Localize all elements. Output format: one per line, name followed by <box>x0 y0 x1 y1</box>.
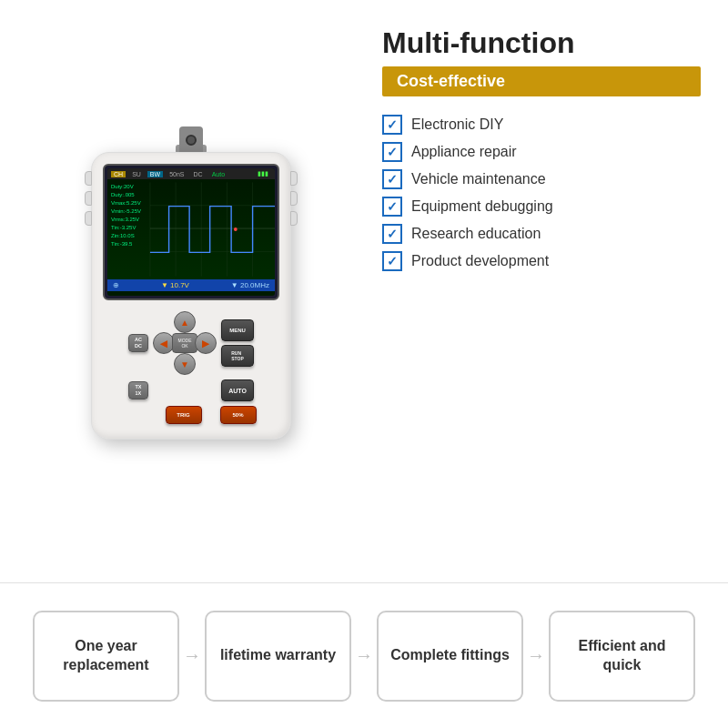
screen-topbar: CH SU BW 50nS DC Auto ▮▮▮ <box>107 168 275 179</box>
right-bumps <box>290 171 298 226</box>
bottom-section: One year replacement→lifetime warranty→C… <box>0 582 728 728</box>
device-area: CH SU BW 50nS DC Auto ▮▮▮ <box>18 18 364 573</box>
check-box: ✓ <box>382 197 402 217</box>
check-mark: ✓ <box>387 200 398 213</box>
screen-freq: ▼ 20.0MHz <box>231 281 269 289</box>
controls-row-2: TX1X AUTO <box>105 379 278 401</box>
screen-tag-su: SU <box>129 171 144 177</box>
feature-label: Vehicle maintenance <box>411 171 546 187</box>
screen-container: CH SU BW 50nS DC Auto ▮▮▮ <box>103 164 279 300</box>
bnc-connector <box>179 126 203 154</box>
controls-row-1: ACDC ▲ ◀ MODEOK <box>105 311 278 375</box>
bottom-item-b4: Efficient and quick <box>549 611 695 702</box>
arrow-connector-1: → <box>355 645 373 666</box>
screen-tag-ch: CH <box>111 171 126 177</box>
up-button[interactable]: ▲ <box>174 311 196 333</box>
screen-tag-bw: BW <box>147 171 163 177</box>
feature-label: Equipment debugging <box>411 198 553 215</box>
feature-item-f3: ✓ Vehicle maintenance <box>382 169 701 189</box>
left-bumps <box>85 171 92 226</box>
right-button[interactable]: ▶ <box>195 332 217 354</box>
check-box: ✓ <box>382 224 402 244</box>
check-box: ✓ <box>382 142 402 162</box>
controls-row-3: TRIG 50% <box>105 406 278 424</box>
oscilloscope-device: CH SU BW 50nS DC Auto ▮▮▮ <box>91 152 291 440</box>
screen-bottombar: ⊕ ▼ 10.7V ▼ 20.0MHz <box>107 279 275 291</box>
svg-point-8 <box>234 228 238 231</box>
check-box: ✓ <box>382 115 402 135</box>
arrow-connector-2: → <box>527 645 545 666</box>
top-section: CH SU BW 50nS DC Auto ▮▮▮ <box>0 0 728 582</box>
bnc-inner <box>186 135 197 146</box>
screen-icon: ⊕ <box>113 281 119 289</box>
check-mark: ✓ <box>387 255 398 268</box>
feature-item-f1: ✓ Electronic DIY <box>382 115 701 135</box>
waveform-svg <box>107 179 275 279</box>
feature-item-f4: ✓ Equipment debugging <box>382 197 701 217</box>
screen-tag-auto: Auto <box>209 171 228 177</box>
fifty-button[interactable]: 50% <box>220 406 257 424</box>
feature-item-f6: ✓ Product development <box>382 251 701 271</box>
screen-tag-50ns: 50nS <box>167 171 187 177</box>
mode-ok-button[interactable]: MODEOK <box>172 333 197 353</box>
feature-item-f5: ✓ Research education <box>382 224 701 244</box>
arrow-connector-0: → <box>183 645 201 666</box>
feature-item-f2: ✓ Appliance repair <box>382 142 701 162</box>
main-title: Multi-function <box>382 27 701 59</box>
feature-label: Appliance repair <box>411 144 517 160</box>
device-body: CH SU BW 50nS DC Auto ▮▮▮ <box>91 152 291 440</box>
feature-label: Product development <box>411 253 549 269</box>
bottom-item-text: Efficient and quick <box>558 637 686 675</box>
info-area: Multi-function Cost-effective ✓ Electron… <box>364 18 710 573</box>
check-box: ✓ <box>382 169 402 189</box>
bottom-item-b1: One year replacement <box>33 611 179 702</box>
bottom-item-text: One year replacement <box>42 637 170 675</box>
check-box: ✓ <box>382 251 402 271</box>
bottom-item-text: lifetime warranty <box>220 646 336 665</box>
cost-effective-badge: Cost-effective <box>382 66 701 96</box>
check-mark: ✓ <box>387 146 398 158</box>
screen-content: Duty:20V Duty:.005 Vmax:5.25V Vmin:-5.25… <box>107 179 275 279</box>
bottom-item-b2: lifetime warranty <box>205 611 351 702</box>
controls: ACDC ▲ ◀ MODEOK <box>103 308 279 428</box>
screen-tag-batt: ▮▮▮ <box>255 170 271 177</box>
d-pad: ▲ ◀ MODEOK ▶ ▼ <box>153 311 217 375</box>
screen-voltage: ▼ 10.7V <box>161 281 189 289</box>
bottom-item-b3: Complete fittings <box>377 611 523 702</box>
run-stop-button[interactable]: RUNSTOP <box>221 345 254 367</box>
check-mark: ✓ <box>387 118 398 131</box>
device-screen: CH SU BW 50nS DC Auto ▮▮▮ <box>107 168 275 296</box>
feature-label: Research education <box>411 226 541 242</box>
auto-button[interactable]: AUTO <box>221 379 254 401</box>
down-button[interactable]: ▼ <box>174 353 196 375</box>
ac-dc-button[interactable]: ACDC <box>128 334 148 352</box>
screen-tag-dc: DC <box>191 171 206 177</box>
bottom-item-text: Complete fittings <box>390 646 510 665</box>
check-mark: ✓ <box>387 173 398 186</box>
features-list: ✓ Electronic DIY ✓ Appliance repair ✓ Ve… <box>382 115 701 271</box>
feature-label: Electronic DIY <box>411 116 503 133</box>
main-container: CH SU BW 50nS DC Auto ▮▮▮ <box>0 0 728 728</box>
trig-button[interactable]: TRIG <box>166 406 202 424</box>
menu-button[interactable]: MENU <box>221 319 254 341</box>
check-mark: ✓ <box>387 228 398 240</box>
tx-1x-button[interactable]: TX1X <box>128 381 148 399</box>
